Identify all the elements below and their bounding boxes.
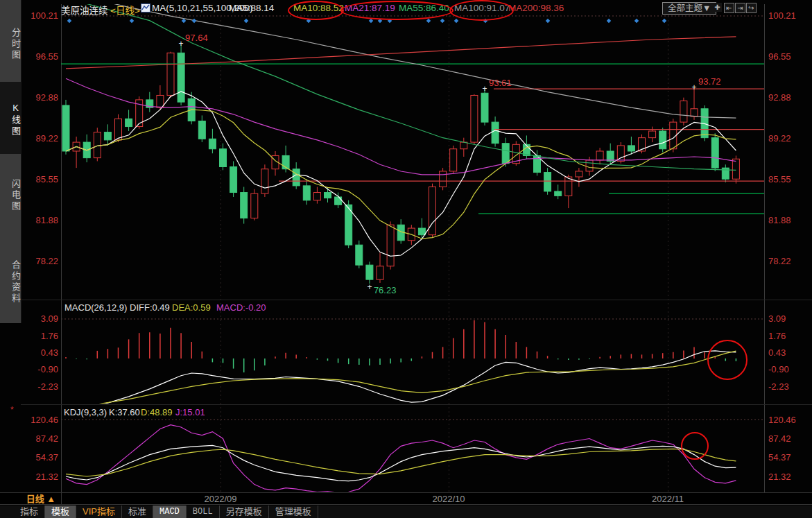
event-diamond-marker[interactable] <box>454 19 459 24</box>
ma-overlays <box>66 0 736 256</box>
candle-down <box>241 193 248 218</box>
y-axis-label: 92.88 <box>35 92 58 103</box>
candle-down <box>366 265 373 279</box>
candle-down <box>555 191 562 196</box>
candle-down <box>711 138 718 168</box>
ma-value-label: MA200:98.36 <box>508 3 564 13</box>
candle-down <box>209 139 216 148</box>
event-diamond-marker[interactable] <box>130 19 135 24</box>
extreme-cross-marker: + <box>691 83 696 92</box>
y-axis-label: 54.37 <box>35 452 58 463</box>
x-axis-date-label: 2022/09 <box>205 494 237 504</box>
y-axis-label: -0.90 <box>768 364 789 374</box>
kdj-d-value: D:48.89 <box>141 407 173 417</box>
candle-up <box>460 142 467 149</box>
theme-dropdown-button[interactable]: 全部主题▼ <box>662 2 716 15</box>
y-axis-label: 85.55 <box>35 174 58 184</box>
y-axis-label: 1.76 <box>768 331 786 341</box>
sidebar-item-3[interactable]: 闪电图 <box>0 158 21 229</box>
candle-up <box>429 187 436 234</box>
y-axis-label: 100.21 <box>768 10 796 21</box>
toolbar-tab-BOLL[interactable]: BOLL <box>187 506 220 518</box>
y-axis-label: 78.22 <box>35 256 58 266</box>
period-tag[interactable]: <日线> <box>110 3 140 17</box>
candle-down <box>607 151 614 161</box>
candle-up <box>471 95 478 142</box>
ma-value-label: MA21:87.19 <box>345 3 395 13</box>
event-diamond-marker[interactable] <box>306 19 311 24</box>
chart-type-icon[interactable] <box>141 3 150 15</box>
kdj-j-value: J:15.01 <box>175 407 205 417</box>
y-axis-label: 81.88 <box>35 215 58 225</box>
chart-tool-icon[interactable]: ⇥ <box>735 3 745 13</box>
event-diamond-marker[interactable] <box>483 19 488 24</box>
sidebar-item-2[interactable]: K线图 <box>0 82 21 154</box>
y-axis-label: 96.55 <box>35 51 58 62</box>
ma-value-label: MA10:88.52 <box>293 3 344 13</box>
toolbar-tab-MACD[interactable]: MACD <box>153 506 187 518</box>
candle-up <box>732 159 739 179</box>
event-diamond-marker[interactable] <box>67 19 72 24</box>
event-diamond-marker[interactable] <box>244 19 249 24</box>
event-diamond-marker[interactable] <box>192 19 197 24</box>
candle-up <box>596 151 603 160</box>
y-axis-label: -2.23 <box>768 381 789 392</box>
candle-up <box>450 149 457 171</box>
y-axis-label: 92.88 <box>768 92 791 103</box>
chart-canvas[interactable]: +97.64+76.23+93.61+93.72100.21100.2196.5… <box>0 0 812 492</box>
candle-down <box>293 169 300 186</box>
candle-down <box>325 193 331 198</box>
event-diamond-marker[interactable] <box>440 19 445 24</box>
y-axis-label: 85.55 <box>768 174 791 184</box>
ma-value-label: MA5:88.14 <box>229 3 274 13</box>
chart-tool-icon[interactable]: ✚ <box>713 3 722 12</box>
toolbar-tab-VIP指标[interactable]: VIP指标 <box>76 506 122 518</box>
event-diamond-marker[interactable] <box>662 19 667 24</box>
toolbar-tab-指标[interactable]: 指标 <box>14 506 45 518</box>
candle-up <box>586 160 593 171</box>
candle-down <box>335 197 342 205</box>
event-diamond-marker[interactable] <box>607 19 612 24</box>
candle-down <box>481 93 488 122</box>
candle-up <box>565 177 572 196</box>
macd-value: MACD:-0.20 <box>216 302 266 313</box>
candle-up <box>680 101 687 123</box>
event-diamond-marker[interactable] <box>546 19 551 24</box>
candle-down <box>628 146 634 151</box>
event-diamond-marker[interactable] <box>369 19 374 24</box>
candle-down <box>502 144 509 164</box>
toolbar-tab-另存模板[interactable]: 另存模板 <box>220 506 269 518</box>
extreme-cross-marker: + <box>367 282 372 292</box>
candle-up <box>251 193 258 218</box>
y-axis-label: 89.22 <box>35 133 58 144</box>
toolbar-tab-模板[interactable]: 模板 <box>45 506 76 518</box>
ma-value-label: MA55:86.40 <box>399 3 449 13</box>
y-axis-label: 87.42 <box>768 433 791 444</box>
event-diamond-marker[interactable] <box>634 19 639 24</box>
toolbar-tab-管理模板[interactable]: 管理模板 <box>269 506 318 518</box>
candle-up <box>94 132 101 158</box>
kline-app-window: +97.64+76.23+93.61+93.72100.21100.2196.5… <box>0 0 812 518</box>
y-axis-label: 0.43 <box>768 347 786 358</box>
event-diamond-marker[interactable] <box>378 19 383 24</box>
y-axis-label: 3.09 <box>41 313 58 324</box>
y-axis-label: 81.88 <box>768 215 791 225</box>
kdj-k-value: K:37.60 <box>109 407 140 417</box>
extreme-cross-marker: + <box>179 39 184 49</box>
x-axis-date-label: 2022/10 <box>433 494 465 504</box>
candle-down <box>178 53 184 102</box>
candle-down <box>303 186 310 200</box>
event-diamond-marker[interactable] <box>426 19 431 24</box>
ma-line <box>66 0 736 118</box>
event-diamond-marker[interactable] <box>388 19 392 24</box>
sidebar-item-1[interactable]: 分时图 <box>0 7 21 78</box>
candle-down <box>198 121 205 139</box>
chart-tool-icon[interactable]: ⇤ <box>724 3 734 13</box>
candle-down <box>659 131 666 149</box>
price-extreme-label: 97.64 <box>185 33 208 43</box>
chart-tool-icon[interactable]: ↪ <box>746 3 757 13</box>
toolbar-tab-标准[interactable]: 标准 <box>122 506 153 518</box>
candle-down <box>220 149 227 167</box>
period-selector[interactable]: 日线 ▲ <box>21 493 62 505</box>
sidebar-item-4[interactable]: 合约资料 <box>0 236 21 325</box>
